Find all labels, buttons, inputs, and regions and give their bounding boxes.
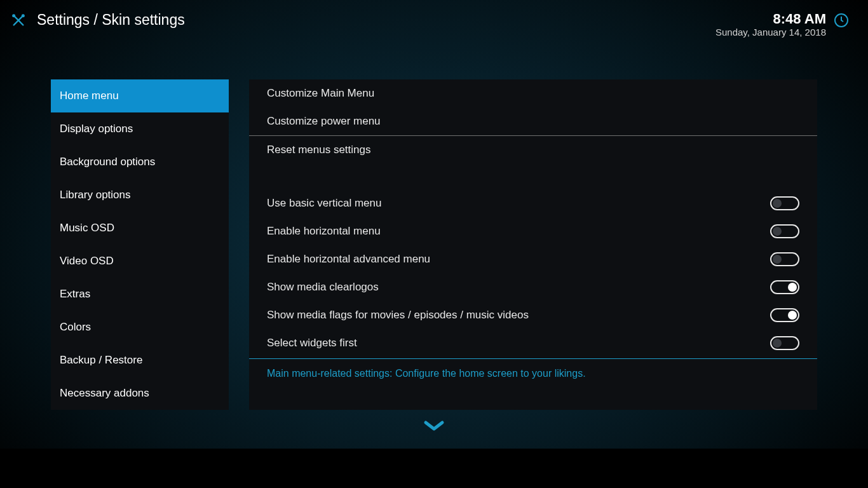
sidebar-item-extras[interactable]: Extras xyxy=(51,278,229,311)
sidebar-item-library-options[interactable]: Library options xyxy=(51,179,229,212)
toggle-switch[interactable] xyxy=(770,252,799,266)
sidebar-item-music-osd[interactable]: Music OSD xyxy=(51,212,229,245)
sidebar-item-label: Necessary addons xyxy=(60,387,149,399)
sidebar-item-label: Backup / Restore xyxy=(60,354,142,366)
setting-label: Show media clearlogos xyxy=(267,281,379,294)
action-customize-power-menu[interactable]: Customize power menu xyxy=(249,107,817,135)
sidebar-item-label: Extras xyxy=(60,288,90,300)
clock-block: 8:48 AM Sunday, January 14, 2018 xyxy=(715,11,826,38)
header-right: 8:48 AM Sunday, January 14, 2018 xyxy=(715,11,849,38)
bottom-bar xyxy=(0,449,868,488)
toggle-switch[interactable] xyxy=(770,280,799,294)
toggle-switch[interactable] xyxy=(770,196,799,210)
toggle-media-flags[interactable]: Show media flags for movies / episodes /… xyxy=(249,301,817,329)
setting-label: Customize Main Menu xyxy=(267,87,374,100)
sidebar-item-video-osd[interactable]: Video OSD xyxy=(51,245,229,278)
setting-label: Enable horizontal menu xyxy=(267,225,381,238)
action-reset-menus-settings[interactable]: Reset menus settings xyxy=(249,136,817,164)
sidebar-item-label: Library options xyxy=(60,189,131,201)
spacer xyxy=(249,164,817,189)
sidebar-item-label: Music OSD xyxy=(60,222,114,234)
chevron-down-icon[interactable] xyxy=(423,419,445,433)
toggle-horizontal-advanced-menu[interactable]: Enable horizontal advanced menu xyxy=(249,245,817,273)
content: Home menu Display options Background opt… xyxy=(0,44,868,410)
toggle-horizontal-menu[interactable]: Enable horizontal menu xyxy=(249,217,817,245)
setting-label: Customize power menu xyxy=(267,115,381,128)
sidebar-item-home-menu[interactable]: Home menu xyxy=(51,79,229,112)
sidebar-item-label: Background options xyxy=(60,156,155,168)
main-panel: Customize Main Menu Customize power menu… xyxy=(249,79,817,410)
sidebar-item-label: Home menu xyxy=(60,90,119,102)
sidebar-item-label: Video OSD xyxy=(60,255,114,267)
sidebar-item-label: Display options xyxy=(60,123,133,135)
sidebar-item-label: Colors xyxy=(60,321,91,333)
setting-label: Enable horizontal advanced menu xyxy=(267,253,430,266)
toggle-switch[interactable] xyxy=(770,336,799,350)
sidebar-item-background-options[interactable]: Background options xyxy=(51,146,229,179)
header: Settings / Skin settings 8:48 AM Sunday,… xyxy=(0,0,868,44)
toggle-switch[interactable] xyxy=(770,308,799,322)
clock-icon xyxy=(834,13,849,28)
toggle-basic-vertical-menu[interactable]: Use basic vertical menu xyxy=(249,189,817,217)
setting-label: Reset menus settings xyxy=(267,144,370,156)
toggle-media-clearlogos[interactable]: Show media clearlogos xyxy=(249,273,817,301)
app-logo-icon xyxy=(11,13,25,27)
sidebar: Home menu Display options Background opt… xyxy=(51,79,229,410)
sidebar-item-necessary-addons[interactable]: Necessary addons xyxy=(51,377,229,410)
toggle-select-widgets-first[interactable]: Select widgets first xyxy=(249,329,817,357)
action-customize-main-menu[interactable]: Customize Main Menu xyxy=(249,79,817,107)
svg-point-2 xyxy=(13,15,15,17)
sidebar-item-display-options[interactable]: Display options xyxy=(51,112,229,146)
clock-time: 8:48 AM xyxy=(715,11,826,27)
setting-label: Select widgets first xyxy=(267,337,357,349)
setting-description: Main menu-related settings: Configure th… xyxy=(249,359,817,388)
sidebar-item-colors[interactable]: Colors xyxy=(51,311,229,344)
svg-point-3 xyxy=(22,15,24,17)
setting-label: Use basic vertical menu xyxy=(267,197,381,210)
setting-label: Show media flags for movies / episodes /… xyxy=(267,309,529,322)
sidebar-item-backup-restore[interactable]: Backup / Restore xyxy=(51,344,229,377)
breadcrumb: Settings / Skin settings xyxy=(37,11,185,29)
header-left: Settings / Skin settings xyxy=(11,11,185,29)
toggle-switch[interactable] xyxy=(770,224,799,238)
clock-date: Sunday, January 14, 2018 xyxy=(715,27,826,38)
